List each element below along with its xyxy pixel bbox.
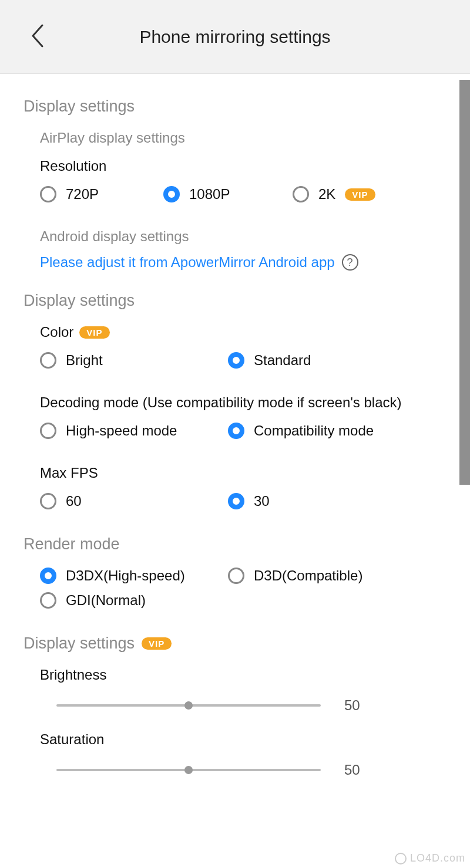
vip-badge: VIP bbox=[142, 637, 172, 650]
android-subtitle: Android display settings bbox=[40, 228, 429, 245]
radio-720p[interactable]: 720P bbox=[40, 186, 152, 202]
header: Phone mirroring settings bbox=[0, 0, 470, 74]
vip-badge: VIP bbox=[345, 188, 375, 201]
section-display-settings-3-text: Display settings bbox=[24, 634, 135, 653]
radio-compatibility[interactable]: Compatibility mode bbox=[228, 423, 404, 439]
radio-icon-selected bbox=[228, 352, 244, 369]
radio-label: 60 bbox=[66, 493, 82, 509]
brightness-block: Brightness 50 bbox=[40, 667, 429, 714]
section-display-settings-3: Display settings VIP bbox=[24, 634, 429, 653]
page-title: Phone mirroring settings bbox=[0, 27, 470, 47]
vip-badge: VIP bbox=[79, 326, 109, 339]
watermark: LO4D.com bbox=[395, 852, 465, 864]
radio-label: High-speed mode bbox=[66, 423, 177, 439]
color-label: Color VIP bbox=[40, 324, 429, 340]
radio-icon bbox=[228, 568, 244, 584]
radio-label: 720P bbox=[66, 186, 99, 202]
radio-1080p[interactable]: 1080P bbox=[163, 186, 281, 202]
radio-label: 2K bbox=[318, 186, 335, 202]
saturation-block: Saturation 50 bbox=[40, 731, 429, 778]
slider-thumb-icon bbox=[184, 701, 193, 710]
decoding-options: High-speed mode Compatibility mode bbox=[40, 423, 429, 447]
radio-icon bbox=[40, 186, 56, 202]
radio-icon-selected bbox=[40, 568, 56, 584]
chevron-left-icon bbox=[29, 23, 46, 49]
resolution-options: 720P 1080P 2K VIP bbox=[40, 186, 429, 211]
saturation-value: 50 bbox=[344, 762, 374, 778]
watermark-text: LO4D.com bbox=[410, 852, 465, 864]
radio-label: Compatibility mode bbox=[254, 423, 374, 439]
radio-label: D3DX(High-speed) bbox=[66, 568, 185, 584]
saturation-label: Saturation bbox=[40, 731, 429, 748]
airplay-subtitle: AirPlay display settings bbox=[40, 130, 429, 146]
section-display-settings-1: Display settings bbox=[24, 97, 429, 116]
radio-standard[interactable]: Standard bbox=[228, 352, 404, 369]
radio-highspeed[interactable]: High-speed mode bbox=[40, 423, 216, 439]
android-link[interactable]: Please adjust it from ApowerMirror Andro… bbox=[40, 254, 335, 271]
radio-icon-selected bbox=[228, 423, 244, 439]
saturation-slider-row: 50 bbox=[56, 762, 429, 778]
radio-icon-selected bbox=[163, 186, 180, 202]
radio-d3dx[interactable]: D3DX(High-speed) bbox=[40, 568, 216, 584]
section-render-mode: Render mode bbox=[24, 535, 429, 553]
radio-d3d[interactable]: D3D(Compatible) bbox=[228, 568, 404, 584]
radio-icon bbox=[293, 186, 309, 202]
radio-label: D3D(Compatible) bbox=[254, 568, 362, 584]
fps-options: 60 30 bbox=[40, 493, 429, 518]
brightness-slider[interactable] bbox=[56, 704, 321, 707]
decoding-label: Decoding mode (Use compatibility mode if… bbox=[40, 394, 429, 411]
back-button[interactable] bbox=[29, 23, 46, 51]
radio-fps-60[interactable]: 60 bbox=[40, 493, 216, 509]
radio-label: 1080P bbox=[189, 186, 230, 202]
watermark-icon bbox=[395, 853, 407, 864]
color-label-text: Color bbox=[40, 324, 73, 340]
radio-label: Standard bbox=[254, 352, 311, 369]
radio-icon bbox=[40, 493, 56, 509]
radio-label: Bright bbox=[66, 352, 103, 369]
fps-label: Max FPS bbox=[40, 465, 429, 481]
color-options: Bright Standard bbox=[40, 352, 429, 377]
brightness-value: 50 bbox=[344, 697, 374, 714]
help-icon[interactable]: ? bbox=[342, 254, 358, 271]
content: Display settings AirPlay display setting… bbox=[0, 74, 452, 819]
scroll-area: Display settings AirPlay display setting… bbox=[0, 74, 470, 868]
radio-icon bbox=[40, 352, 56, 369]
scrollbar[interactable] bbox=[459, 80, 470, 485]
brightness-label: Brightness bbox=[40, 667, 429, 683]
radio-gdi[interactable]: GDI(Normal) bbox=[40, 592, 216, 609]
brightness-slider-row: 50 bbox=[56, 697, 429, 714]
radio-bright[interactable]: Bright bbox=[40, 352, 216, 369]
slider-thumb-icon bbox=[184, 766, 193, 774]
radio-icon bbox=[40, 423, 56, 439]
radio-label: 30 bbox=[254, 493, 270, 509]
radio-fps-30[interactable]: 30 bbox=[228, 493, 404, 509]
render-options: D3DX(High-speed) D3D(Compatible) GDI(Nor… bbox=[40, 568, 429, 617]
resolution-label: Resolution bbox=[40, 158, 429, 174]
radio-label: GDI(Normal) bbox=[66, 592, 146, 609]
radio-icon-selected bbox=[228, 493, 244, 509]
saturation-slider[interactable] bbox=[56, 769, 321, 771]
radio-icon bbox=[40, 592, 56, 609]
section-display-settings-2: Display settings bbox=[24, 292, 429, 310]
android-link-row: Please adjust it from ApowerMirror Andro… bbox=[40, 254, 429, 271]
radio-2k[interactable]: 2K VIP bbox=[293, 186, 375, 202]
